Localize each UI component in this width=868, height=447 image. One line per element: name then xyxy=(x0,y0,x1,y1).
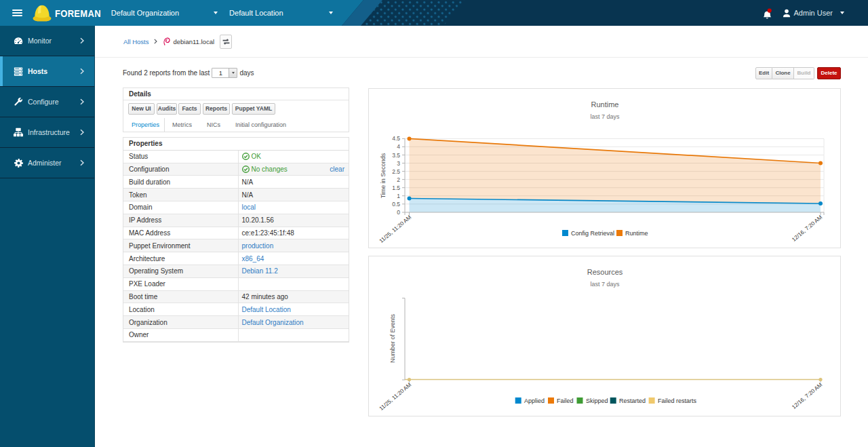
svg-text:Skipped: Skipped xyxy=(586,397,608,404)
svg-text:3.5: 3.5 xyxy=(392,152,400,159)
svg-text:Failed: Failed xyxy=(557,397,574,404)
svg-text:Applied: Applied xyxy=(524,397,545,404)
svg-text:Resources: Resources xyxy=(587,268,623,276)
svg-text:4: 4 xyxy=(397,143,400,150)
svg-text:Runtime: Runtime xyxy=(591,100,619,109)
svg-text:Failed restarts: Failed restarts xyxy=(658,397,697,404)
svg-text:Restarted: Restarted xyxy=(619,397,646,404)
svg-text:1: 1 xyxy=(397,193,400,199)
svg-text:last 7 days: last 7 days xyxy=(590,281,620,288)
svg-text:1.5: 1.5 xyxy=(392,184,400,191)
svg-text:0: 0 xyxy=(397,209,400,216)
svg-text:2: 2 xyxy=(397,176,400,183)
svg-text:3: 3 xyxy=(397,160,400,167)
svg-text:last 7 days: last 7 days xyxy=(590,113,620,120)
svg-text:11/25, 11:20 AM: 11/25, 11:20 AM xyxy=(378,214,413,245)
svg-text:12/16, 7:20 AM: 12/16, 7:20 AM xyxy=(791,214,823,243)
svg-text:2.5: 2.5 xyxy=(392,168,400,175)
svg-text:11/25, 11:20 AM: 11/25, 11:20 AM xyxy=(378,382,413,412)
svg-text:Config Retrieval: Config Retrieval xyxy=(571,230,614,237)
svg-text:12/16, 7:20 AM: 12/16, 7:20 AM xyxy=(791,382,823,410)
svg-text:4.5: 4.5 xyxy=(392,135,400,142)
svg-text:0.5: 0.5 xyxy=(392,201,400,208)
svg-text:Time in Seconds: Time in Seconds xyxy=(380,153,387,198)
svg-text:Runtime: Runtime xyxy=(625,230,648,237)
svg-text:Number of Events: Number of Events xyxy=(389,313,396,363)
